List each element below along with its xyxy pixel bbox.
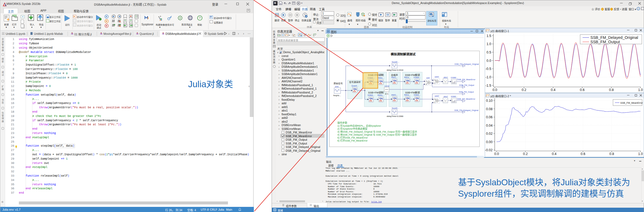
svg-text:SSB_FM_MeanError: SSB_FM_MeanError bbox=[457, 98, 475, 100]
svg-text:fMMo...: fMMo... bbox=[378, 77, 384, 79]
svg-text:SSB_FM_Delayed_Original: SSB_FM_Delayed_Original bbox=[590, 35, 638, 40]
svg-text:操作步骤:: 操作步骤: bbox=[337, 121, 348, 124]
svg-text:0.8: 0.8 bbox=[609, 88, 614, 92]
svg-text:0.04: 0.04 bbox=[486, 124, 493, 127]
svg-text:SSB+FM调制: SSB+FM调制 bbox=[368, 91, 383, 94]
svg-text:-0.02: -0.02 bbox=[485, 148, 493, 152]
svg-text:DSBA...: DSBA... bbox=[414, 76, 421, 79]
svg-text:-1.0: -1.0 bbox=[485, 75, 491, 79]
svg-text:0.8: 0.8 bbox=[610, 152, 614, 156]
svg-text:0.6: 0.6 bbox=[581, 152, 585, 156]
svg-text:?: ? bbox=[638, 8, 639, 10]
svg-text:AWG...: AWG... bbox=[391, 94, 398, 96]
svg-text:0.08: 0.08 bbox=[486, 107, 493, 111]
svg-text:Obj: Obj bbox=[369, 80, 373, 82]
svg-text:-1: -1 bbox=[434, 82, 435, 84]
svg-text:Obj: Obj bbox=[393, 79, 397, 82]
svg-text:1) 在Syslab中启动REPL，启动Sysplorer: 1) 在Syslab中启动REPL，启动Sysplorer bbox=[337, 124, 381, 127]
svg-text:+1: +1 bbox=[434, 98, 436, 100]
svg-text:abs1: abs1 bbox=[444, 76, 448, 79]
svg-text:SSBA...: SSBA... bbox=[414, 94, 421, 96]
svg-text:add1: add1 bbox=[435, 76, 439, 78]
svg-text:sine: sine bbox=[335, 85, 339, 88]
svg-text:DSB_FM_Output: DSB_FM_Output bbox=[459, 84, 474, 86]
svg-text:0.6: 0.6 bbox=[580, 88, 584, 92]
svg-text:3) 将DSB_FM_Delayed_Original 与: 3) 将DSB_FM_Delayed_Original 与 DSB_FM_Out… bbox=[337, 130, 417, 133]
svg-text:fMDe...: fMDe... bbox=[404, 76, 411, 79]
svg-text:delayTime=0.0316: delayTime=0.0316 bbox=[387, 69, 403, 71]
svg-text:Obj: Obj bbox=[406, 97, 410, 99]
svg-text:?: ? bbox=[199, 16, 201, 20]
svg-text:6) 打开SSB_FM_MeanError: 6) 打开SSB_FM_MeanError bbox=[337, 139, 368, 142]
svg-text:0.10: 0.10 bbox=[486, 99, 493, 103]
svg-text:Obj: Obj bbox=[379, 97, 383, 100]
svg-text:0.2: 0.2 bbox=[523, 152, 528, 156]
svg-text:delayTime=0.0366: delayTime=0.0366 bbox=[387, 115, 403, 117]
svg-text:原始信号: 原始信号 bbox=[334, 82, 343, 85]
svg-text:Obj: Obj bbox=[416, 79, 419, 82]
svg-text:0.02: 0.02 bbox=[486, 132, 493, 136]
svg-text:Obj: Obj bbox=[353, 88, 357, 90]
svg-text:SSB_FM_MeanError: SSB_FM_MeanError bbox=[620, 102, 643, 104]
svg-text:SSB_FM_Delayed_Original: SSB_FM_Delayed_Original bbox=[454, 109, 479, 112]
svg-text:fixedD...: fixedD... bbox=[392, 61, 399, 63]
svg-text:0.0: 0.0 bbox=[493, 88, 497, 92]
svg-text:-1: -1 bbox=[434, 101, 435, 103]
svg-text:1.0: 1.0 bbox=[487, 42, 491, 46]
svg-text:DSB_FM_Delayed_Original: DSB_FM_Delayed_Original bbox=[455, 63, 479, 65]
svg-text:模拟调制解调测试: 模拟调制解调测试 bbox=[391, 52, 416, 56]
svg-text:Quant...: Quant... bbox=[351, 85, 359, 87]
svg-text:0.4: 0.4 bbox=[551, 88, 555, 92]
svg-text:4) 将SSB_FM_Delayed_Original 与: 4) 将SSB_FM_Delayed_Original 与 SSB_FM_Out… bbox=[337, 133, 417, 136]
svg-text:Obj: Obj bbox=[379, 80, 383, 82]
svg-text:AWG...: AWG... bbox=[391, 76, 398, 79]
svg-text:SSB_FM_Output: SSB_FM_Output bbox=[459, 91, 474, 93]
svg-text:fixedD...: fixedD... bbox=[392, 107, 399, 109]
svg-text:DSB_FM_MeanError: DSB_FM_MeanError bbox=[457, 78, 476, 81]
svg-text:0.5: 0.5 bbox=[487, 51, 491, 54]
svg-text:A: A bbox=[430, 13, 432, 16]
svg-text:0.00: 0.00 bbox=[486, 140, 493, 144]
svg-text:0.2: 0.2 bbox=[522, 88, 526, 92]
svg-text:fMMo...: fMMo... bbox=[378, 94, 384, 96]
svg-text:freqHz...: freqHz... bbox=[333, 94, 341, 97]
svg-text:1.0: 1.0 bbox=[638, 88, 643, 92]
svg-text:Obj: Obj bbox=[369, 97, 373, 100]
svg-text:Obj: Obj bbox=[393, 97, 397, 99]
svg-text:SSB_FM_Output: SSB_FM_Output bbox=[590, 40, 620, 44]
svg-text:2) 在Sysplorer中仿真此模型: 2) 在Sysplorer中仿真此模型 bbox=[337, 127, 368, 130]
svg-text:1.0: 1.0 bbox=[638, 152, 643, 156]
svg-text:0.06: 0.06 bbox=[486, 115, 493, 119]
svg-text:add: add bbox=[426, 77, 430, 79]
svg-text:-1.5: -1.5 bbox=[485, 84, 491, 88]
svg-text:0.0: 0.0 bbox=[494, 152, 499, 156]
svg-text:信号源采样: 信号源采样 bbox=[349, 81, 361, 83]
svg-text:-2: -2 bbox=[425, 83, 427, 85]
svg-text:0.0: 0.0 bbox=[487, 59, 491, 63]
svg-text:DSB+FM调制: DSB+FM调制 bbox=[368, 73, 384, 76]
svg-text:DSBA...: DSBA... bbox=[368, 77, 375, 79]
svg-text:-0.5: -0.5 bbox=[485, 67, 491, 71]
svg-text:1.5: 1.5 bbox=[487, 34, 491, 38]
svg-text:Obj: Obj bbox=[406, 79, 410, 82]
svg-text:SSBE...: SSBE... bbox=[451, 95, 458, 98]
svg-text:add2: add2 bbox=[435, 95, 439, 97]
svg-text:fMDe...: fMDe... bbox=[404, 94, 411, 96]
svg-text:5) 打开DSB_FM_MeanError: 5) 打开DSB_FM_MeanError bbox=[337, 136, 368, 139]
svg-text:const: const bbox=[385, 85, 390, 87]
svg-text:Obj: Obj bbox=[416, 97, 419, 99]
svg-text:0.4: 0.4 bbox=[552, 152, 556, 156]
svg-text:abs2: abs2 bbox=[444, 95, 448, 98]
svg-text:+1: +1 bbox=[434, 79, 436, 81]
svg-text:-1: -1 bbox=[425, 80, 427, 82]
svg-text:k=1: k=1 bbox=[385, 93, 388, 95]
svg-text:SSBA...: SSBA... bbox=[368, 94, 375, 96]
